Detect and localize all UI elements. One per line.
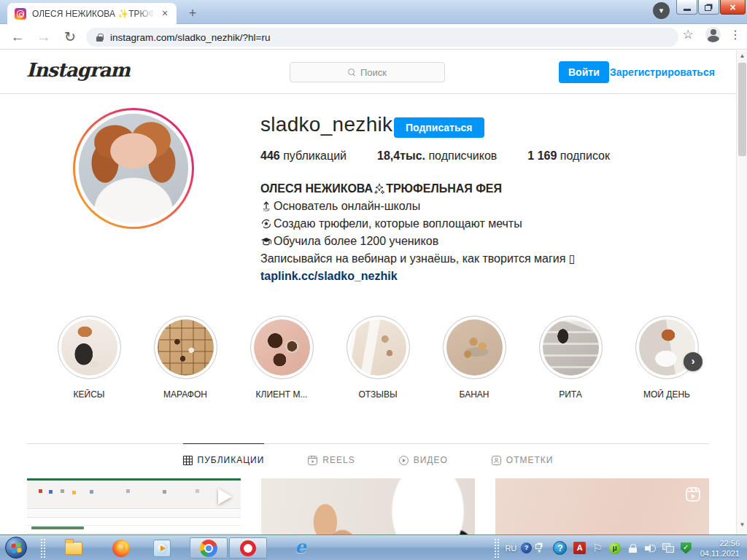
tab-close-icon[interactable]: × (159, 8, 171, 20)
instagram-favicon-icon (15, 8, 26, 20)
profile-avatar[interactable] (79, 114, 188, 223)
bio-line: TOP Основатель онлайн-школы (260, 198, 684, 215)
bio-line-text: Обучила более 1200 учеников (274, 233, 438, 250)
highlight-ring (443, 316, 506, 379)
modem-tray-icon[interactable] (627, 544, 638, 553)
browser-tab[interactable]: ОЛЕСЯ НЕЖИКОВА ✨ТРЮФЕЛЬ × (7, 3, 177, 24)
highlight-klient[interactable]: КЛИЕНТ М... (233, 316, 330, 400)
network-tray-icon[interactable] (662, 543, 674, 553)
restore-button[interactable] (698, 0, 719, 15)
highlight-label: КЕЙСЫ (74, 389, 105, 400)
security-shield-icon[interactable]: ✓ (681, 542, 692, 554)
highlights-next-button[interactable]: › (684, 352, 703, 371)
highlight-ring (250, 316, 314, 379)
instagram-logo[interactable]: Instagram (26, 59, 130, 81)
taskbar-opera[interactable] (229, 537, 267, 559)
search-input[interactable]: Поиск (290, 62, 445, 82)
taskbar-firefox[interactable] (109, 537, 133, 559)
reels-icon (308, 456, 317, 465)
highlight-image (254, 319, 310, 376)
taskbar-media-player[interactable] (150, 537, 174, 559)
search-icon (348, 69, 356, 77)
taskbar-explorer[interactable] (62, 537, 85, 559)
post-photo-hands[interactable] (261, 478, 475, 534)
tab-reels[interactable]: REELS (308, 443, 355, 476)
tab-tagged[interactable]: ОТМЕТКИ (492, 443, 554, 476)
bio-title-role: ТРЮФЕЛЬНАЯ ФЕЯ (386, 180, 502, 198)
language-indicator[interactable]: RU (505, 544, 516, 553)
help-tray-icon[interactable]: ? (553, 541, 567, 555)
opera-icon (240, 540, 256, 556)
back-button[interactable]: ← (7, 27, 28, 47)
clock-date: 04.11.2021 (700, 548, 740, 559)
address-bar[interactable]: instagram.com/sladko_nezhik/?hl=ru (86, 28, 678, 47)
close-button[interactable]: × (720, 0, 746, 15)
lock-icon[interactable] (96, 34, 103, 42)
utorrent-tray-icon[interactable]: µ (609, 542, 621, 554)
stat-following[interactable]: 1 169 подписок (527, 149, 610, 163)
story-ring[interactable] (73, 108, 194, 229)
bookmark-star-icon[interactable]: ☆ (678, 27, 698, 42)
highlight-rita[interactable]: РИТА (522, 316, 619, 400)
bio-line: Записывайся на вебинар и узнаёшь, как тв… (260, 250, 684, 268)
tab-video[interactable]: ВИДЕО (399, 443, 448, 476)
tab-label: REELS (322, 455, 355, 465)
highlight-banan[interactable]: БАНАН (426, 316, 522, 400)
top-arrow-icon: TOP (260, 201, 272, 212)
tab-label: ОТМЕТКИ (506, 455, 554, 465)
browser-menu-icon[interactable]: ⋮ (728, 28, 743, 42)
show-hidden-icons-button[interactable]: ▾ (535, 542, 543, 553)
highlight-otzyvy[interactable]: ОТЗЫВЫ (330, 316, 426, 400)
browser-toolbar: ← → ↻ instagram.com/sladko_nezhik/?hl=ru… (0, 25, 747, 50)
highlight-ring (539, 316, 603, 379)
scroll-down-arrow[interactable]: ▼ (737, 519, 747, 530)
clock-time: 22:56 (700, 538, 740, 548)
post-video-spreadsheet[interactable] (27, 478, 241, 534)
browser-avatar-icon[interactable] (705, 27, 721, 42)
browser-profile-chevron-button[interactable]: ▾ (653, 2, 670, 19)
ribbon-icons (39, 489, 42, 493)
story-ring-gap (75, 110, 192, 227)
minimize-button[interactable] (676, 0, 697, 15)
highlight-ring (347, 316, 410, 379)
follow-button[interactable]: Подписаться (394, 117, 484, 138)
stat-followers[interactable]: 18,4тыс. подписчиков (377, 149, 497, 163)
tab-label: ПУБЛИКАЦИИ (198, 455, 265, 465)
stat-posts[interactable]: 446 публикаций (260, 149, 347, 163)
start-button[interactable] (5, 537, 27, 559)
taskbar-ie[interactable]: e (287, 537, 314, 559)
bio-title-name: ОЛЕСЯ НЕЖИКОВА (260, 180, 373, 198)
tab-publications[interactable]: ПУБЛИКАЦИИ (183, 443, 265, 476)
bio-line-text: Создаю трюфели, которые воплощают мечты (274, 215, 522, 233)
volume-tray-icon[interactable] (645, 544, 655, 553)
reels-badge-icon (686, 487, 700, 502)
url-text: instagram.com/sladko_nezhik/?hl=ru (110, 32, 271, 43)
internet-explorer-icon: e (295, 536, 306, 557)
taskbar-chrome[interactable] (190, 537, 228, 559)
tab-title: ОЛЕСЯ НЕЖИКОВА ✨ТРЮФЕЛЬ (32, 9, 155, 19)
bio-line-text: Записывайся на вебинар и узнаёшь, как тв… (260, 250, 576, 268)
language-help-icon[interactable]: ? (521, 542, 532, 553)
highlight-label: МАРАФОН (163, 389, 207, 400)
folder-icon (65, 542, 82, 555)
sparkles-icon (374, 183, 385, 195)
taskbar-clock[interactable]: 22:56 04.11.2021 (700, 538, 740, 559)
new-tab-button[interactable]: + (184, 5, 201, 23)
search-placeholder: Поиск (360, 67, 387, 78)
login-button[interactable]: Войти (559, 61, 609, 83)
reload-button[interactable]: ↻ (60, 27, 80, 47)
action-center-flag-icon[interactable]: ⚐ (592, 542, 602, 555)
bio-line: Обучила более 1200 учеников (260, 233, 684, 250)
highlight-keysy[interactable]: КЕЙСЫ (41, 316, 137, 400)
scroll-up-arrow[interactable]: ▲ (737, 50, 747, 61)
post-reel-rose[interactable] (495, 478, 709, 534)
profile-tabs: ПУБЛИКАЦИИ REELS ВИДЕО ОТМЕТКИ (27, 443, 709, 476)
signup-link[interactable]: Зарегистрироваться (610, 66, 715, 78)
acrobat-tray-icon[interactable]: A (573, 542, 586, 554)
scrollbar-thumb[interactable] (738, 63, 746, 156)
highlight-label: РИТА (559, 389, 582, 400)
highlight-marafon[interactable]: МАРАФОН (137, 316, 233, 400)
chrome-icon (200, 540, 217, 557)
scrollbar[interactable]: ▲ ▼ (736, 50, 747, 534)
bio-link[interactable]: taplink.cc/sladko_nezhik (260, 268, 398, 285)
